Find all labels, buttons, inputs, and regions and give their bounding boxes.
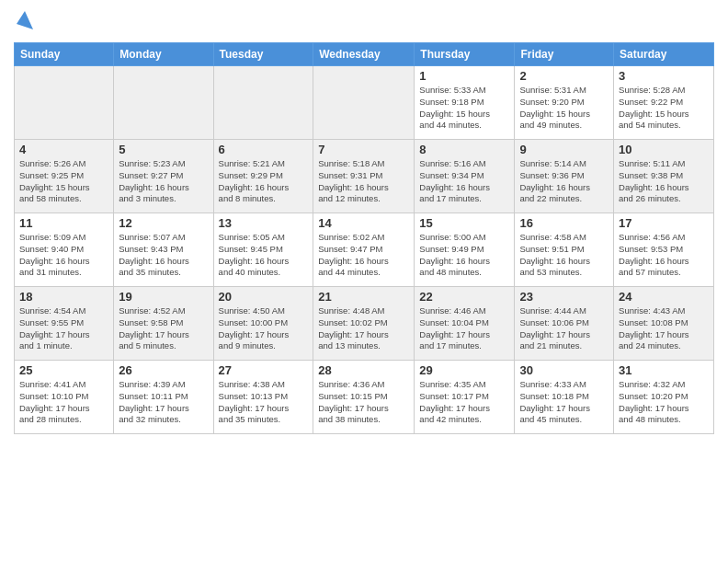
calendar-week-4: 18Sunrise: 4:54 AM Sunset: 9:55 PM Dayli… xyxy=(15,287,714,361)
day-number: 7 xyxy=(318,143,409,156)
day-number: 28 xyxy=(318,363,409,377)
header xyxy=(14,9,714,35)
calendar-day-cell: 3Sunrise: 5:28 AM Sunset: 9:22 PM Daylig… xyxy=(614,66,714,140)
calendar-day-cell: 13Sunrise: 5:05 AM Sunset: 9:45 PM Dayli… xyxy=(213,213,313,287)
day-info: Sunrise: 4:32 AM Sunset: 10:20 PM Daylig… xyxy=(619,379,709,426)
calendar-day-cell: 28Sunrise: 4:36 AM Sunset: 10:15 PM Dayl… xyxy=(313,361,415,434)
day-info: Sunrise: 4:43 AM Sunset: 10:08 PM Daylig… xyxy=(619,305,709,352)
calendar-day-cell: 7Sunrise: 5:18 AM Sunset: 9:31 PM Daylig… xyxy=(313,140,415,213)
day-number: 3 xyxy=(619,69,709,83)
calendar-day-cell: 29Sunrise: 4:35 AM Sunset: 10:17 PM Dayl… xyxy=(415,361,515,434)
day-number: 14 xyxy=(318,216,409,230)
calendar-day-cell: 25Sunrise: 4:41 AM Sunset: 10:10 PM Dayl… xyxy=(15,361,114,434)
calendar-day-cell xyxy=(313,66,415,140)
calendar-day-cell: 31Sunrise: 4:32 AM Sunset: 10:20 PM Dayl… xyxy=(614,361,714,434)
day-info: Sunrise: 4:35 AM Sunset: 10:17 PM Daylig… xyxy=(419,379,509,426)
calendar-header-wednesday: Wednesday xyxy=(313,43,415,66)
day-number: 4 xyxy=(19,143,108,156)
day-number: 22 xyxy=(419,290,509,304)
day-number: 18 xyxy=(19,290,108,304)
calendar-day-cell: 21Sunrise: 4:48 AM Sunset: 10:02 PM Dayl… xyxy=(313,287,415,361)
day-info: Sunrise: 4:48 AM Sunset: 10:02 PM Daylig… xyxy=(318,305,409,352)
calendar-day-cell xyxy=(114,66,213,140)
calendar-day-cell: 24Sunrise: 4:43 AM Sunset: 10:08 PM Dayl… xyxy=(614,287,714,361)
day-info: Sunrise: 5:28 AM Sunset: 9:22 PM Dayligh… xyxy=(619,85,709,132)
day-info: Sunrise: 5:18 AM Sunset: 9:31 PM Dayligh… xyxy=(318,158,409,205)
day-info: Sunrise: 5:07 AM Sunset: 9:43 PM Dayligh… xyxy=(119,232,208,279)
day-info: Sunrise: 5:26 AM Sunset: 9:25 PM Dayligh… xyxy=(19,158,108,205)
day-info: Sunrise: 4:33 AM Sunset: 10:18 PM Daylig… xyxy=(519,379,609,426)
calendar-day-cell: 4Sunrise: 5:26 AM Sunset: 9:25 PM Daylig… xyxy=(15,140,114,213)
calendar-day-cell: 5Sunrise: 5:23 AM Sunset: 9:27 PM Daylig… xyxy=(114,140,213,213)
day-info: Sunrise: 5:21 AM Sunset: 9:29 PM Dayligh… xyxy=(219,158,309,205)
calendar-day-cell: 11Sunrise: 5:09 AM Sunset: 9:40 PM Dayli… xyxy=(15,213,114,287)
day-info: Sunrise: 4:52 AM Sunset: 9:58 PM Dayligh… xyxy=(119,305,208,352)
calendar-day-cell: 9Sunrise: 5:14 AM Sunset: 9:36 PM Daylig… xyxy=(515,140,614,213)
day-info: Sunrise: 5:23 AM Sunset: 9:27 PM Dayligh… xyxy=(119,158,208,205)
calendar-day-cell xyxy=(213,66,313,140)
calendar-day-cell: 14Sunrise: 5:02 AM Sunset: 9:47 PM Dayli… xyxy=(313,213,415,287)
day-number: 12 xyxy=(119,216,208,230)
day-number: 13 xyxy=(219,216,309,230)
day-info: Sunrise: 4:39 AM Sunset: 10:11 PM Daylig… xyxy=(119,379,208,426)
calendar-day-cell: 2Sunrise: 5:31 AM Sunset: 9:20 PM Daylig… xyxy=(515,66,614,140)
day-number: 1 xyxy=(419,69,509,83)
calendar-day-cell: 23Sunrise: 4:44 AM Sunset: 10:06 PM Dayl… xyxy=(515,287,614,361)
calendar-header-saturday: Saturday xyxy=(614,43,714,66)
day-number: 10 xyxy=(619,143,709,156)
day-number: 2 xyxy=(519,69,609,83)
day-info: Sunrise: 5:09 AM Sunset: 9:40 PM Dayligh… xyxy=(19,232,108,279)
day-info: Sunrise: 5:31 AM Sunset: 9:20 PM Dayligh… xyxy=(519,85,609,132)
calendar-day-cell: 8Sunrise: 5:16 AM Sunset: 9:34 PM Daylig… xyxy=(415,140,515,213)
calendar-day-cell: 1Sunrise: 5:33 AM Sunset: 9:18 PM Daylig… xyxy=(415,66,515,140)
calendar-day-cell: 22Sunrise: 4:46 AM Sunset: 10:04 PM Dayl… xyxy=(415,287,515,361)
day-number: 8 xyxy=(419,143,509,156)
calendar-week-2: 4Sunrise: 5:26 AM Sunset: 9:25 PM Daylig… xyxy=(15,140,714,213)
day-info: Sunrise: 4:58 AM Sunset: 9:51 PM Dayligh… xyxy=(519,232,609,279)
calendar-day-cell: 16Sunrise: 4:58 AM Sunset: 9:51 PM Dayli… xyxy=(515,213,614,287)
day-number: 26 xyxy=(119,363,208,377)
calendar-day-cell: 12Sunrise: 5:07 AM Sunset: 9:43 PM Dayli… xyxy=(114,213,213,287)
day-info: Sunrise: 5:05 AM Sunset: 9:45 PM Dayligh… xyxy=(219,232,309,279)
day-info: Sunrise: 5:33 AM Sunset: 9:18 PM Dayligh… xyxy=(419,85,509,132)
day-number: 21 xyxy=(318,290,409,304)
calendar-header-row: SundayMondayTuesdayWednesdayThursdayFrid… xyxy=(15,43,714,66)
calendar-day-cell xyxy=(15,66,114,140)
day-info: Sunrise: 4:38 AM Sunset: 10:13 PM Daylig… xyxy=(219,379,309,426)
calendar-day-cell: 17Sunrise: 4:56 AM Sunset: 9:53 PM Dayli… xyxy=(614,213,714,287)
svg-marker-0 xyxy=(17,11,33,29)
day-info: Sunrise: 4:50 AM Sunset: 10:00 PM Daylig… xyxy=(219,305,309,352)
calendar-day-cell: 10Sunrise: 5:11 AM Sunset: 9:38 PM Dayli… xyxy=(614,140,714,213)
day-number: 16 xyxy=(519,216,609,230)
day-number: 6 xyxy=(219,143,309,156)
calendar-table: SundayMondayTuesdayWednesdayThursdayFrid… xyxy=(14,42,714,434)
calendar-day-cell: 18Sunrise: 4:54 AM Sunset: 9:55 PM Dayli… xyxy=(15,287,114,361)
calendar-day-cell: 15Sunrise: 5:00 AM Sunset: 9:49 PM Dayli… xyxy=(415,213,515,287)
calendar-day-cell: 6Sunrise: 5:21 AM Sunset: 9:29 PM Daylig… xyxy=(213,140,313,213)
day-info: Sunrise: 4:36 AM Sunset: 10:15 PM Daylig… xyxy=(318,379,409,426)
day-number: 19 xyxy=(119,290,208,304)
day-info: Sunrise: 5:02 AM Sunset: 9:47 PM Dayligh… xyxy=(318,232,409,279)
calendar-header-sunday: Sunday xyxy=(15,43,114,66)
day-info: Sunrise: 5:00 AM Sunset: 9:49 PM Dayligh… xyxy=(419,232,509,279)
day-info: Sunrise: 5:14 AM Sunset: 9:36 PM Dayligh… xyxy=(519,158,609,205)
day-number: 9 xyxy=(519,143,609,156)
calendar-day-cell: 30Sunrise: 4:33 AM Sunset: 10:18 PM Dayl… xyxy=(515,361,614,434)
calendar-header-tuesday: Tuesday xyxy=(213,43,313,66)
day-number: 27 xyxy=(219,363,309,377)
day-info: Sunrise: 4:54 AM Sunset: 9:55 PM Dayligh… xyxy=(19,305,108,352)
day-number: 20 xyxy=(219,290,309,304)
day-number: 31 xyxy=(619,363,709,377)
calendar-day-cell: 20Sunrise: 4:50 AM Sunset: 10:00 PM Dayl… xyxy=(213,287,313,361)
day-number: 15 xyxy=(419,216,509,230)
calendar-week-1: 1Sunrise: 5:33 AM Sunset: 9:18 PM Daylig… xyxy=(15,66,714,140)
calendar-week-5: 25Sunrise: 4:41 AM Sunset: 10:10 PM Dayl… xyxy=(15,361,714,434)
day-number: 24 xyxy=(619,290,709,304)
day-info: Sunrise: 4:44 AM Sunset: 10:06 PM Daylig… xyxy=(519,305,609,352)
day-number: 25 xyxy=(19,363,108,377)
day-info: Sunrise: 4:46 AM Sunset: 10:04 PM Daylig… xyxy=(419,305,509,352)
logo xyxy=(14,9,33,35)
day-info: Sunrise: 5:11 AM Sunset: 9:38 PM Dayligh… xyxy=(619,158,709,205)
day-number: 23 xyxy=(519,290,609,304)
calendar-header-thursday: Thursday xyxy=(415,43,515,66)
